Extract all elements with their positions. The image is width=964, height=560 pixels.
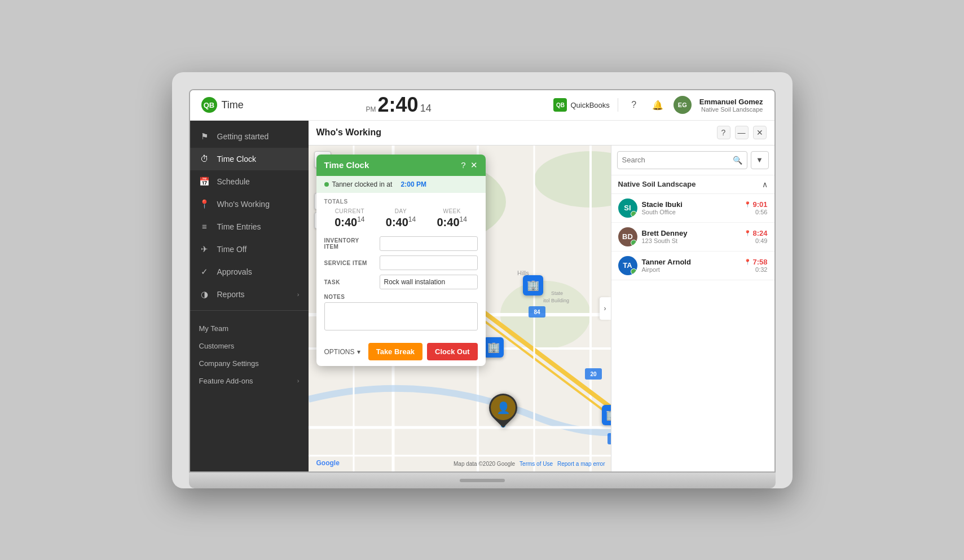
reports-icon: ◑ <box>199 289 210 300</box>
brett-hours-extra: 0:49 <box>744 237 767 244</box>
user-avatar[interactable]: EG <box>674 96 692 114</box>
approvals-icon: ✓ <box>199 266 210 277</box>
sidebar-item-approvals[interactable]: ✓ Approvals <box>190 261 309 283</box>
action-buttons: Take Break Clock Out <box>368 343 478 360</box>
sidebar-bottom-company-settings[interactable]: Company Settings <box>190 355 309 372</box>
help-window-button[interactable]: ? <box>717 126 730 139</box>
search-bar: 🔍 ▼ <box>611 145 774 175</box>
google-label: Google <box>316 459 340 467</box>
sidebar-item-time-off[interactable]: ✈ Time Off <box>190 238 309 261</box>
options-chevron-icon: ▾ <box>357 348 360 356</box>
totals-day-time: 0:4014 <box>375 215 426 229</box>
map-pin-building-1[interactable]: 🏢 <box>523 275 543 296</box>
employee-item-stacie[interactable]: SI Stacie Ibuki South Office 📍 9:01 <box>611 194 774 223</box>
sidebar-label-getting-started: Getting started <box>217 132 269 141</box>
task-input[interactable] <box>380 275 478 289</box>
building-icon-3: 🏢 <box>602 405 611 425</box>
employee-item-tanner[interactable]: TA Tanner Arnold Airport 📍 7:58 0:32 <box>611 252 774 280</box>
sidebar-label-time-off: Time Off <box>217 245 247 254</box>
reports-arrow-icon: › <box>297 291 300 298</box>
service-item-row: SERVICE ITEM <box>324 255 478 270</box>
tanner-avatar: 👤 <box>491 395 516 420</box>
notes-textarea[interactable] <box>324 302 478 330</box>
search-box: 🔍 <box>617 151 747 169</box>
search-input[interactable] <box>622 156 729 164</box>
sidebar-bottom-feature-addons[interactable]: Feature Add-ons › <box>190 372 309 390</box>
tanner-name: Tanner Arnold <box>642 258 745 266</box>
quickbooks-label: QuickBooks <box>570 101 609 109</box>
stacie-info: Stacie Ibuki South Office <box>642 200 745 215</box>
map-pin-tanner[interactable]: 👤 <box>489 394 517 427</box>
inventory-item-label: INVENTORY ITEM <box>324 237 375 250</box>
time-entries-icon: ≡ <box>199 221 210 232</box>
sidebar-item-getting-started[interactable]: ⚑ Getting started <box>190 125 309 148</box>
map-collapse-button[interactable]: › <box>600 297 611 320</box>
clocked-in-bar: Tanner clocked in at 2:00 PM <box>316 176 486 193</box>
stacie-location-pin-icon: 📍 <box>744 201 751 208</box>
laptop-shell: QB Time PM 2:40 14 QB QuickBooks ? 🔔 EG <box>172 72 793 488</box>
totals-week-time: 0:4014 <box>426 215 478 229</box>
feature-addons-arrow: › <box>297 377 300 384</box>
company-collapse-icon[interactable]: ∧ <box>762 180 768 189</box>
modal-help-button[interactable]: ? <box>461 160 465 170</box>
time-off-icon: ✈ <box>199 244 210 255</box>
close-button[interactable]: ✕ <box>753 126 767 139</box>
form-section: INVENTORY ITEM SERVICE ITEM TASK <box>316 232 486 337</box>
task-label: TASK <box>324 279 375 285</box>
my-team-label: My Team <box>199 324 229 333</box>
time-seconds: 14 <box>420 103 432 114</box>
getting-started-icon: ⚑ <box>199 131 210 142</box>
sidebar-bottom: My Team Customers Company Settings Featu… <box>190 315 309 399</box>
take-break-button[interactable]: Take Break <box>368 343 422 360</box>
minimize-button[interactable]: — <box>735 126 749 139</box>
customers-label: Customers <box>199 342 235 350</box>
laptop-screen: QB Time PM 2:40 14 QB QuickBooks ? 🔔 EG <box>189 89 776 473</box>
sidebar-item-time-entries[interactable]: ≡ Time Entries <box>190 215 309 238</box>
sidebar-divider <box>190 310 309 311</box>
map-pin-building-3[interactable]: 🏢 <box>602 405 611 425</box>
clock-out-button[interactable]: Clock Out <box>427 343 477 360</box>
tanner-location-pin-icon: 📍 <box>744 259 751 265</box>
company-section: Native Soil Landscape ∧ <box>611 175 774 194</box>
map-terms-link[interactable]: Terms of Use <box>520 461 553 467</box>
filter-button[interactable]: ▼ <box>751 151 769 169</box>
modal-body: Tanner clocked in at 2:00 PM TOTALS CURR… <box>316 176 486 367</box>
sidebar-item-whos-working[interactable]: 📍 Who's Working <box>190 193 309 215</box>
building-icon-1: 🏢 <box>523 275 543 296</box>
whos-working-header: Who's Working ? — ✕ <box>309 121 774 145</box>
stacie-name: Stacie Ibuki <box>642 200 745 209</box>
time-period: PM <box>366 105 376 113</box>
top-bar: QB Time PM 2:40 14 QB QuickBooks ? 🔔 EG <box>190 90 774 121</box>
stacie-hours-extra: 0:56 <box>744 209 767 215</box>
employee-item-brett[interactable]: BD Brett Denney 123 South St 📍 8:24 <box>611 223 774 252</box>
schedule-icon: 📅 <box>199 176 210 187</box>
service-item-input[interactable] <box>380 255 478 270</box>
sidebar-bottom-customers[interactable]: Customers <box>190 337 309 355</box>
time-clock-modal: Time Clock ? ✕ Tanner clocked in at 2:00… <box>316 155 486 367</box>
totals-current-label: CURRENT <box>324 208 376 214</box>
modal-title: Time Clock <box>324 160 369 170</box>
inventory-item-input[interactable] <box>380 236 478 251</box>
sidebar-item-time-clock[interactable]: ⏱ Time Clock <box>190 148 309 170</box>
time-clock-icon: ⏱ <box>199 153 210 165</box>
map-pin-building-2[interactable]: 🏢 <box>483 337 504 358</box>
sidebar-item-schedule[interactable]: 📅 Schedule <box>190 170 309 193</box>
modal-close-button[interactable]: ✕ <box>470 160 478 170</box>
map-data-label: Map data ©2020 Google <box>454 461 515 467</box>
brett-hours: 📍 8:24 <box>744 229 767 237</box>
tanner-avatar: TA <box>618 256 637 275</box>
svg-text:20: 20 <box>590 371 597 377</box>
map-report-link[interactable]: Report a map error <box>557 461 605 467</box>
options-button[interactable]: OPTIONS ▾ <box>324 348 360 356</box>
tanner-hours: 📍 7:58 <box>744 258 767 266</box>
notification-icon[interactable]: 🔔 <box>650 97 666 113</box>
brett-time: 📍 8:24 0:49 <box>744 229 767 244</box>
stacie-location: South Office <box>642 209 745 215</box>
help-icon[interactable]: ? <box>626 97 642 113</box>
sidebar-label-whos-working: Who's Working <box>217 200 270 209</box>
svg-text:84: 84 <box>534 309 540 315</box>
sidebar-item-reports[interactable]: ◑ Reports › <box>190 283 309 306</box>
sidebar-nav: ⚑ Getting started ⏱ Time Clock 📅 Schedul… <box>190 121 309 471</box>
tanner-location: Airport <box>642 266 745 273</box>
sidebar-bottom-my-team[interactable]: My Team <box>190 320 309 337</box>
